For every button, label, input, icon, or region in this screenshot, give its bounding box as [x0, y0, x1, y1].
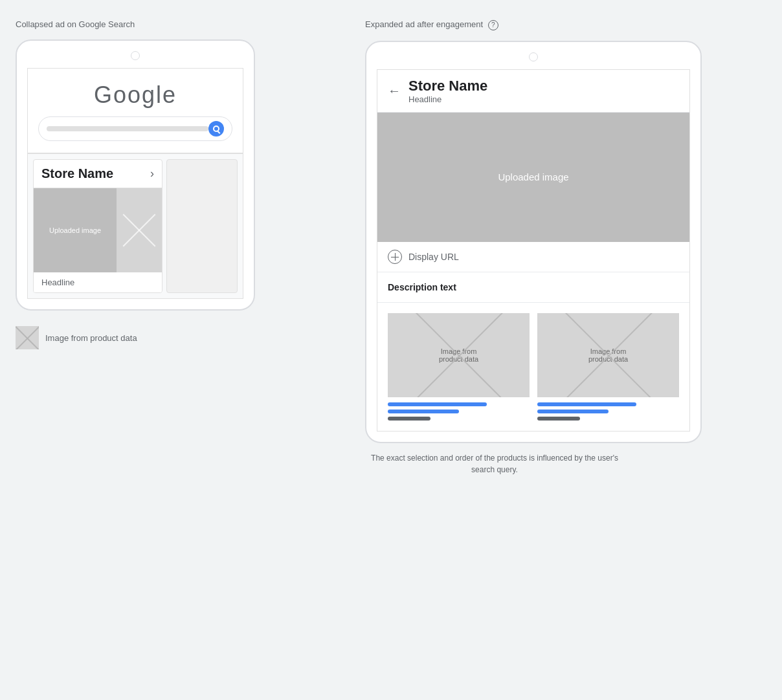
legend-text: Image from product data [45, 333, 137, 343]
display-url-row: Display URL [377, 242, 689, 272]
product-card-2[interactable]: Image fromproduct data [537, 313, 679, 421]
chevron-right-icon: › [150, 167, 154, 180]
search-input-mock [47, 126, 208, 131]
store-name-expanded: Store Name [408, 78, 487, 94]
right-device-screen: ← Store Name Headline Uploaded image Dis… [377, 69, 690, 432]
expanded-uploaded-image: Uploaded image [377, 113, 689, 242]
search-bar [38, 116, 232, 141]
product-2-info [537, 402, 679, 421]
globe-icon [388, 250, 402, 264]
legend: Image from product data [16, 321, 137, 355]
search-button[interactable] [208, 121, 224, 137]
google-logo: Google [38, 82, 232, 109]
main-ad-card[interactable]: Store Name › Uploaded image Headline [33, 159, 162, 293]
description-text: Description text [388, 282, 456, 292]
collapsed-images: Uploaded image [34, 188, 162, 272]
right-panel-label: Expanded ad after engagement ? [365, 19, 498, 30]
ad-card-header: Store Name › [34, 160, 162, 188]
left-device-screen: Google Store Name › [27, 68, 243, 299]
ad-card-headline: Headline [34, 272, 162, 292]
product-2-bar-1 [537, 402, 636, 406]
expanded-uploaded-image-label: Uploaded image [498, 171, 568, 182]
right-device-mockup: ← Store Name Headline Uploaded image Dis… [365, 41, 702, 443]
product-2-bar-3 [537, 417, 580, 421]
legend-product-icon [16, 326, 39, 349]
description-section: Description text [377, 272, 689, 303]
product-1-image: Image fromproduct data [388, 313, 530, 397]
google-header: Google [28, 69, 243, 153]
display-url-text: Display URL [408, 252, 459, 262]
ad-cards-row: Store Name › Uploaded image Headline [28, 154, 243, 298]
left-panel-label: Collapsed ad on Google Search [16, 19, 135, 29]
product-1-bar-2 [388, 410, 459, 413]
right-panel: Expanded ad after engagement ? ← Store N… [365, 19, 741, 476]
product-image-placeholder [117, 188, 162, 272]
left-device-mockup: Google Store Name › [16, 39, 255, 311]
search-icon [213, 126, 219, 132]
second-ad-card [166, 159, 238, 293]
help-icon[interactable]: ? [488, 20, 498, 30]
products-grid: Image fromproduct data Image fromproduct [377, 303, 689, 431]
product-1-bar-1 [388, 402, 487, 406]
back-arrow-icon[interactable]: ← [388, 83, 401, 98]
product-1-bar-3 [388, 417, 430, 421]
expanded-header: ← Store Name Headline [377, 70, 689, 113]
product-2-bar-2 [537, 410, 609, 413]
uploaded-image-label: Uploaded image [49, 226, 101, 234]
product-image-box [117, 188, 162, 272]
store-info: Store Name Headline [408, 78, 487, 104]
store-name-collapsed: Store Name [41, 166, 113, 181]
product-1-info [388, 402, 530, 421]
headline-subtitle: Headline [408, 94, 487, 104]
uploaded-image-box: Uploaded image [34, 188, 117, 272]
product-card-1[interactable]: Image fromproduct data [388, 313, 530, 421]
right-panel-label-text: Expanded ad after engagement [365, 19, 483, 29]
footer-note: The exact selection and order of the pro… [365, 452, 624, 476]
left-panel: Collapsed ad on Google Search Google [16, 19, 326, 355]
main-container: Collapsed ad on Google Search Google [16, 19, 766, 476]
product-2-image: Image fromproduct data [537, 313, 679, 397]
